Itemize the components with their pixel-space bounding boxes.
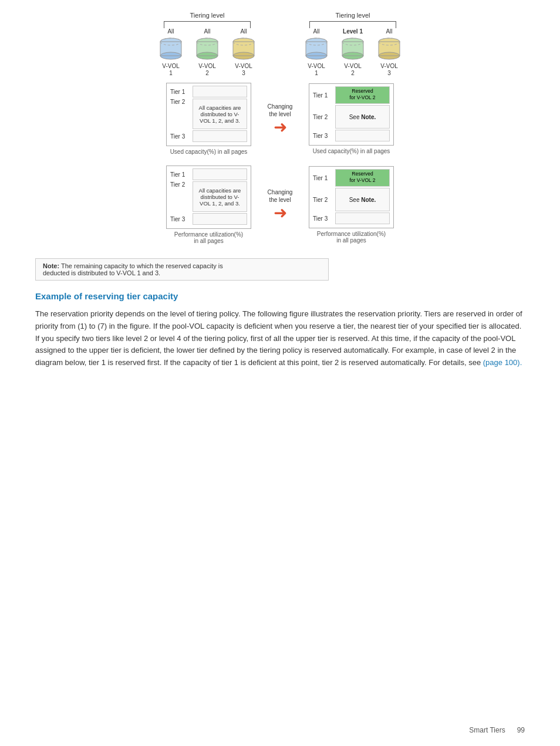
tier3-cell-lc2 — [193, 213, 247, 225]
tier1-cell-lc2 — [193, 168, 247, 180]
tier2-label-rc2: Tier 2 — [313, 197, 333, 203]
tier1-label-rc2: Tier 1 — [313, 175, 333, 181]
diagram-section-top: Tiering level All — [35, 12, 525, 248]
vvol-3-right: All V-VOL3 — [376, 28, 402, 77]
tier2-cell-lc2: All capacities aredistributed to V-VOL 1… — [193, 181, 247, 212]
vvol2-top-label: All — [204, 28, 210, 35]
tier1-cell-rc1: Reservedfor V-VOL 2 — [335, 86, 390, 104]
tier3-cell-rc1 — [335, 130, 390, 141]
page-content: Tiering level All — [35, 12, 525, 369]
note-label: Note: — [43, 262, 59, 269]
rvvol3-top: All — [386, 28, 392, 35]
right-tiering-label: Tiering level — [336, 12, 370, 19]
tier1-cell-lc1 — [193, 86, 247, 97]
vvol2-name: V-VOL2 — [198, 63, 215, 77]
left-vvol-group: Tiering level All — [158, 12, 257, 77]
chart2-right-caption: Performance utilization(%)in all pages — [317, 231, 386, 244]
left-chart-2: Tier 1 Tier 2 All capacities aredistribu… — [166, 166, 251, 244]
tier3-label-rc1: Tier 3 — [313, 133, 333, 139]
chart1-left-caption: Used capacity(%) in all pages — [170, 148, 248, 155]
vvol-2-right: Level 1 V-VOL2 — [340, 28, 366, 77]
vvol3-top-label: All — [240, 28, 247, 35]
footer-chapter: Smart Tiers — [469, 726, 505, 734]
vvol-1-right: All V-VOL1 — [303, 28, 329, 77]
tier1-label-rc1: Tier 1 — [313, 92, 333, 99]
tier2-cell-rc2: See Note. — [335, 188, 390, 211]
section-body: The reservation priority depends on the … — [35, 308, 525, 369]
section-heading: Example of reserving tier capacity — [35, 291, 525, 301]
tier2-label-lc1: Tier 2 — [170, 99, 190, 105]
tier2-cell-lc1: All capacities aredistributed to V-VOL 1… — [193, 99, 247, 129]
right-chart-2: Tier 1 Reservedfor V-VOL 2 Tier 2 See No… — [309, 166, 394, 244]
chart2-left-caption: Performance utilization(%)in all pages — [174, 231, 243, 244]
tier3-label-rc2: Tier 3 — [313, 215, 333, 222]
rvvol2-top: Level 1 — [343, 28, 363, 35]
footer-page: 99 — [517, 726, 525, 734]
rvvol1-name: V-VOL1 — [308, 63, 325, 77]
chart1-right-caption: Used capacity(%) in all pages — [313, 148, 390, 154]
vvol1-top-label: All — [167, 28, 174, 35]
page-footer: Smart Tiers 99 — [469, 726, 525, 734]
note-text: The remaining capacity to which the rese… — [43, 262, 223, 276]
tier1-label-lc2: Tier 1 — [170, 171, 190, 178]
arrow1-label: Changingthe level — [268, 103, 293, 118]
tier1-label-lc1: Tier 1 — [170, 89, 190, 95]
tier3-label-lc1: Tier 3 — [170, 133, 190, 140]
tier2-label-rc1: Tier 2 — [313, 114, 333, 120]
arrow2-label: Changingthe level — [268, 188, 293, 204]
vvol-1-left: All V-VOL1 — [158, 28, 184, 77]
rvvol1-top: All — [313, 28, 319, 35]
tier2-label-lc2: Tier 2 — [170, 181, 190, 188]
rvvol3-name: V-VOL3 — [380, 63, 397, 77]
arrow-1: Changingthe level ➜ — [259, 103, 301, 136]
arrow-2: Changingthe level ➜ — [259, 188, 301, 221]
left-chart-1: Tier 1 Tier 2 All capacities aredistribu… — [166, 83, 251, 155]
vvol1-name: V-VOL1 — [162, 63, 179, 77]
tier3-label-lc2: Tier 3 — [170, 216, 190, 222]
tier3-cell-rc2 — [335, 212, 390, 224]
arrow2-icon: ➜ — [274, 205, 287, 221]
right-vvol-group: Tiering level All — [303, 12, 402, 77]
vvol-2-left: All V-VOL2 — [194, 28, 220, 77]
tier2-cell-rc1: See Note. — [335, 105, 390, 129]
vvol-3-left: All V-VOL3 — [231, 28, 257, 77]
right-chart-1: Tier 1 Reservedfor V-VOL 2 Tier 2 See No… — [309, 83, 394, 154]
page-link[interactable]: (page 100). — [483, 358, 522, 367]
left-tiering-label: Tiering level — [190, 12, 225, 19]
body-text-content: The reservation priority depends on the … — [35, 309, 522, 367]
vvol3-name: V-VOL3 — [235, 63, 252, 77]
rvvol2-name: V-VOL2 — [344, 63, 361, 77]
note-box: Note: The remaining capacity to which th… — [35, 258, 329, 281]
tier3-cell-lc1 — [193, 130, 247, 142]
tier1-cell-rc2: Reservedfor V-VOL 2 — [335, 169, 390, 187]
arrow1-icon: ➜ — [274, 119, 287, 136]
